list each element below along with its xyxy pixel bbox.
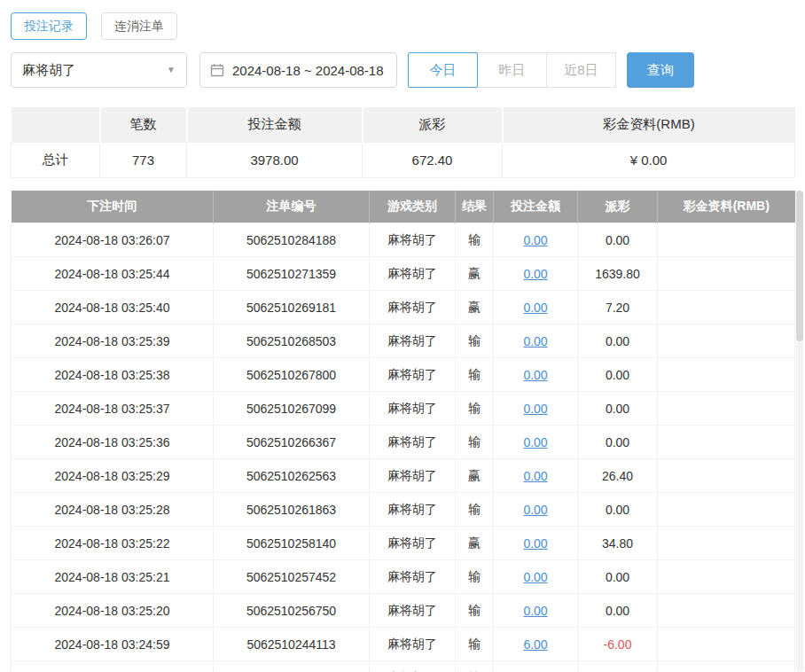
bet-amount-link[interactable]: 0.00 [494, 493, 578, 527]
result: 赢 [456, 527, 494, 560]
table-row: 2024-08-18 03:25:225062510258140麻将胡了赢0.0… [12, 527, 795, 560]
bet-time: 2024-08-18 03:25:38 [12, 358, 214, 392]
summary-total-bet-amount: 3978.00 [187, 142, 363, 177]
date-range-value: 2024-08-18 ~ 2024-08-18 [232, 63, 384, 78]
column-header: 结果 [456, 191, 494, 223]
quick-date-group: 今日 昨日 近8日 [408, 52, 616, 88]
bet-amount-link[interactable]: 0.00 [494, 324, 578, 358]
game-type: 麻将胡了 [370, 392, 456, 426]
result: 赢 [456, 257, 494, 291]
game-type: 麻将胡了 [370, 594, 456, 628]
result: 输 [456, 392, 494, 426]
bet-amount-link[interactable]: 6.00 [494, 628, 578, 661]
payout: 0.00 [578, 426, 658, 459]
table-scrollbar[interactable] [796, 191, 803, 672]
order-number: 5062510268503 [214, 324, 370, 358]
bet-time: 2024-08-18 03:24:59 [12, 628, 214, 661]
bet-amount-link[interactable]: 6.00 [494, 661, 578, 672]
betting-records-page: 投注记录 连消注单 麻将胡了 ▼ 2024-08-18 ~ 2024-08-18… [0, 0, 805, 672]
jackpot [658, 459, 795, 493]
result: 输 [456, 628, 494, 661]
table-row: 2024-08-18 03:25:285062510261863麻将胡了输0.0… [12, 493, 795, 527]
bet-time: 2024-08-18 03:25:44 [12, 257, 214, 291]
date-range-input[interactable]: 2024-08-18 ~ 2024-08-18 [199, 52, 397, 88]
game-type: 麻将胡了 [370, 459, 456, 493]
column-header: 下注时间 [12, 191, 214, 223]
tab-betting-records[interactable]: 投注记录 [11, 12, 87, 40]
summary-total-row: 总计 773 3978.00 672.40 ¥ 0.00 [12, 142, 795, 177]
bet-time: 2024-08-18 03:25:21 [12, 560, 214, 594]
payout: 0.00 [578, 223, 658, 257]
table-row: 2024-08-18 03:26:075062510284188麻将胡了输0.0… [12, 223, 795, 257]
tab-cancelled-orders[interactable]: 连消注单 [101, 12, 177, 40]
bet-amount-link[interactable]: 0.00 [494, 594, 578, 628]
summary-total-label: 总计 [12, 142, 100, 177]
payout: 1639.80 [578, 257, 658, 291]
table-row: 2024-08-18 03:25:395062510268503麻将胡了输0.0… [12, 324, 795, 358]
bet-amount-link[interactable]: 0.00 [494, 560, 578, 594]
summary-header-bet-amount: 投注金额 [187, 107, 363, 142]
quick-today-button[interactable]: 今日 [408, 52, 478, 88]
table-row: 2024-08-18 03:24:495062510240904麻将胡了输6.0… [12, 661, 795, 672]
bet-time: 2024-08-18 03:25:39 [12, 324, 214, 358]
bet-amount-link[interactable]: 0.00 [494, 291, 578, 324]
result: 输 [456, 324, 494, 358]
game-type: 麻将胡了 [370, 426, 456, 459]
payout: 0.00 [578, 358, 658, 392]
calendar-icon [210, 63, 224, 77]
table-row: 2024-08-18 03:25:385062510267800麻将胡了输0.0… [12, 358, 795, 392]
payout: 0.00 [578, 324, 658, 358]
table-row: 2024-08-18 03:25:365062510266367麻将胡了输0.0… [12, 426, 795, 459]
summary-header-jackpot: 彩金资料(RMB) [503, 107, 795, 142]
bet-amount-link[interactable]: 0.00 [494, 426, 578, 459]
game-type: 麻将胡了 [370, 628, 456, 661]
bet-amount-link[interactable]: 0.00 [494, 527, 578, 560]
bet-amount-link[interactable]: 0.00 [494, 392, 578, 426]
bet-time: 2024-08-18 03:26:07 [12, 223, 214, 257]
bet-time: 2024-08-18 03:25:22 [12, 527, 214, 560]
payout: 0.00 [578, 392, 658, 426]
game-type: 麻将胡了 [370, 527, 456, 560]
column-header: 彩金资料(RMB) [658, 191, 795, 223]
result: 赢 [456, 291, 494, 324]
jackpot [658, 392, 795, 426]
order-number: 5062510244113 [214, 628, 370, 661]
bet-time: 2024-08-18 03:25:29 [12, 459, 214, 493]
records-table: 下注时间注单编号游戏类别结果投注金额派彩彩金资料(RMB) 2024-08-18… [11, 191, 795, 672]
order-number: 5062510267099 [214, 392, 370, 426]
order-number: 5062510261863 [214, 493, 370, 527]
table-row: 2024-08-18 03:25:205062510256750麻将胡了输0.0… [12, 594, 795, 628]
query-button[interactable]: 查询 [627, 52, 694, 88]
payout: 26.40 [578, 459, 658, 493]
scrollbar-thumb[interactable] [796, 191, 803, 341]
quick-yesterday-button[interactable]: 昨日 [477, 52, 547, 88]
table-row: 2024-08-18 03:25:295062510262563麻将胡了赢0.0… [12, 459, 795, 493]
payout: 7.20 [578, 291, 658, 324]
bet-amount-link[interactable]: 0.00 [494, 257, 578, 291]
bet-amount-link[interactable]: 0.00 [494, 358, 578, 392]
order-number: 5062510271359 [214, 257, 370, 291]
result: 输 [456, 661, 494, 672]
bet-time: 2024-08-18 03:25:36 [12, 426, 214, 459]
game-select[interactable]: 麻将胡了 ▼ [11, 52, 187, 88]
order-number: 5062510266367 [214, 426, 370, 459]
bet-time: 2024-08-18 03:25:28 [12, 493, 214, 527]
game-type: 麻将胡了 [370, 661, 456, 672]
bet-amount-link[interactable]: 0.00 [494, 459, 578, 493]
bet-amount-link[interactable]: 0.00 [494, 223, 578, 257]
summary-header-payout: 派彩 [363, 107, 503, 142]
payout: -6.00 [578, 628, 658, 661]
result: 输 [456, 358, 494, 392]
column-header: 派彩 [578, 191, 658, 223]
jackpot [658, 493, 795, 527]
jackpot [658, 426, 795, 459]
game-type: 麻将胡了 [370, 560, 456, 594]
game-type: 麻将胡了 [370, 493, 456, 527]
result: 输 [456, 594, 494, 628]
quick-last8days-button[interactable]: 近8日 [546, 52, 616, 88]
summary-header-blank [12, 107, 100, 142]
payout: 0.00 [578, 493, 658, 527]
jackpot [658, 358, 795, 392]
jackpot [658, 223, 795, 257]
summary-total-payout: 672.40 [363, 142, 503, 177]
